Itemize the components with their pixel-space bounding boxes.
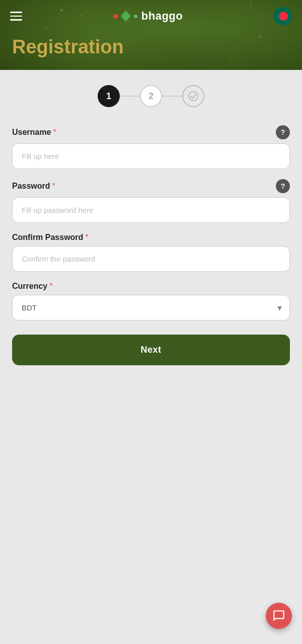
logo-leaf-icon	[121, 11, 131, 22]
confirm-password-label-row: Confirm Password*	[12, 233, 290, 242]
password-label-row: Password* ?	[12, 179, 290, 193]
chat-icon	[272, 609, 285, 622]
registration-form: Username* ? Password* ? Confirm Password…	[12, 125, 290, 365]
currency-label: Currency*	[12, 282, 52, 291]
username-input[interactable]	[12, 143, 290, 169]
chat-fab-button[interactable]	[266, 603, 292, 629]
step-1-circle[interactable]: 1	[98, 85, 120, 107]
next-button[interactable]: Next	[12, 335, 290, 365]
username-label-row: Username* ?	[12, 125, 290, 139]
checkmark-icon	[188, 91, 198, 101]
svg-point-1	[189, 92, 198, 101]
username-label: Username*	[12, 128, 56, 137]
password-field-group: Password* ?	[12, 179, 290, 223]
password-input[interactable]	[12, 197, 290, 223]
username-field-group: Username* ?	[12, 125, 290, 169]
page-title: Registration	[12, 36, 290, 58]
logo-green-dot	[134, 15, 137, 18]
confirm-password-label: Confirm Password*	[12, 233, 89, 242]
currency-label-row: Currency*	[12, 282, 290, 291]
svg-marker-0	[121, 11, 131, 22]
main-content: 1 2 Username* ? Password	[0, 70, 302, 385]
password-required: *	[52, 182, 55, 190]
currency-select[interactable]: BDT USD EUR	[12, 295, 290, 320]
page-title-bar: Registration	[0, 32, 302, 70]
step-done-circle	[182, 85, 204, 107]
step-line-1	[120, 96, 140, 97]
menu-button[interactable]	[10, 12, 22, 21]
step-line-2	[162, 96, 182, 97]
confirm-password-required: *	[85, 233, 88, 242]
step-2-circle[interactable]: 2	[140, 85, 162, 107]
brand-name: bhaggo	[141, 10, 183, 23]
currency-field-group: Currency* BDT USD EUR ▾	[12, 282, 290, 320]
currency-select-wrapper: BDT USD EUR ▾	[12, 295, 290, 320]
step-indicator: 1 2	[12, 85, 290, 107]
logo-red-dot	[113, 14, 118, 19]
flag-icon	[274, 7, 292, 25]
header: bhaggo Registration	[0, 0, 302, 70]
username-required: *	[53, 128, 56, 136]
username-help-icon[interactable]: ?	[276, 125, 290, 139]
brand-logo	[113, 11, 137, 22]
confirm-password-input[interactable]	[12, 246, 290, 272]
password-help-icon[interactable]: ?	[276, 179, 290, 193]
nav-bar: bhaggo	[0, 0, 302, 32]
currency-required: *	[49, 282, 52, 290]
brand: bhaggo	[113, 10, 183, 23]
confirm-password-field-group: Confirm Password*	[12, 233, 290, 272]
password-label: Password*	[12, 182, 55, 191]
